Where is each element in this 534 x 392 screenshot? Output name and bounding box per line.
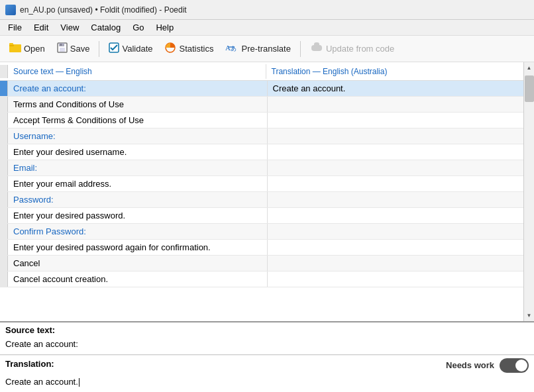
cell-translation — [268, 176, 535, 191]
update-from-code-label: Update from code — [326, 44, 394, 54]
cloud-icon — [310, 42, 323, 55]
save-label: Save — [70, 44, 90, 54]
translation-content: Create an account. — [5, 377, 78, 387]
table-row[interactable]: Cancel — [0, 256, 534, 271]
source-panel-label: Source text: — [5, 325, 529, 335]
cell-source: Enter your desired password. — [8, 208, 268, 223]
row-marker — [0, 128, 8, 144]
source-panel: Source text: Create an account: — [0, 322, 534, 355]
cell-translation: Create an account. — [268, 81, 535, 96]
table-row[interactable]: Enter your desired password. — [0, 208, 534, 224]
row-marker — [0, 144, 8, 160]
col-header-translation: Translation — English (Australia) — [266, 64, 524, 79]
cell-translation — [268, 256, 535, 271]
cell-translation — [268, 144, 535, 160]
menu-catalog[interactable]: Catalog — [85, 21, 126, 34]
table-row[interactable]: Email: — [0, 160, 534, 176]
svg-rect-13 — [314, 42, 319, 47]
table-row[interactable]: Password: — [0, 192, 534, 208]
translate-icon: A あ — [225, 42, 239, 55]
table-row[interactable]: Enter your desired username. — [0, 144, 534, 160]
cell-source: Password: — [8, 192, 268, 207]
scroll-up-arrow[interactable]: ▲ — [524, 62, 534, 73]
cell-translation — [268, 97, 535, 112]
translation-text[interactable]: Create an account. — [5, 375, 529, 388]
table-row[interactable]: Username: — [0, 128, 534, 144]
row-marker — [0, 97, 8, 112]
cell-source: Cancel — [8, 256, 268, 271]
cell-source: Username: — [8, 128, 268, 144]
needs-work-toggle[interactable] — [500, 358, 529, 373]
table-row[interactable]: Enter your desired password again for co… — [0, 240, 534, 256]
svg-text:あ: あ — [231, 45, 237, 52]
folder-icon — [9, 42, 21, 55]
row-marker — [0, 208, 8, 223]
cell-translation — [268, 224, 535, 239]
vertical-scrollbar[interactable]: ▲ ▼ — [523, 62, 534, 321]
scrollbar-thumb[interactable] — [525, 75, 534, 102]
menu-view[interactable]: View — [55, 21, 84, 34]
translation-header: Translation: Needs work — [5, 358, 529, 373]
pretranslate-label: Pre-translate — [241, 44, 290, 54]
cell-source: Confirm Password: — [8, 224, 268, 239]
table-row[interactable]: Terms and Conditions of Use — [0, 97, 534, 113]
menu-bar: File Edit View Catalog Go Help — [0, 20, 534, 36]
svg-rect-2 — [9, 43, 13, 45]
table-row[interactable]: Cancel account creation. — [0, 271, 534, 287]
statistics-button[interactable]: Statistics — [159, 38, 219, 60]
col-header-source: Source text — English — [8, 64, 266, 79]
row-marker — [0, 271, 8, 287]
table-area: Source text — English Translation — Engl… — [0, 62, 534, 322]
row-marker — [0, 160, 8, 175]
row-marker — [0, 113, 8, 128]
column-headers: Source text — English Translation — Engl… — [0, 62, 534, 81]
validate-label: Validate — [122, 44, 152, 54]
cell-source: Enter your desired password again for co… — [8, 240, 268, 255]
cell-source: Email: — [8, 160, 268, 175]
validate-icon — [109, 42, 119, 55]
table-row[interactable]: Enter your email address. — [0, 176, 534, 192]
main-content: Source text — English Translation — Engl… — [0, 62, 534, 392]
cell-translation — [268, 128, 535, 144]
cell-translation — [268, 113, 535, 128]
cell-source: Accept Terms & Conditions of Use — [8, 113, 268, 128]
table-row[interactable]: Confirm Password: — [0, 224, 534, 240]
cell-translation — [268, 208, 535, 223]
cell-source: Create an account: — [8, 81, 268, 96]
cell-source: Enter your email address. — [8, 176, 268, 191]
cell-translation — [268, 240, 535, 255]
menu-go[interactable]: Go — [127, 21, 149, 34]
svg-text:A: A — [225, 44, 231, 52]
row-marker — [0, 176, 8, 191]
menu-help[interactable]: Help — [150, 21, 179, 34]
needs-work-label: Needs work — [446, 360, 494, 370]
statistics-label: Statistics — [179, 44, 213, 54]
save-icon — [57, 42, 68, 55]
open-label: Open — [24, 44, 45, 54]
validate-button[interactable]: Validate — [103, 38, 158, 60]
menu-edit[interactable]: Edit — [28, 21, 54, 34]
sep1 — [99, 41, 99, 57]
table-row[interactable]: Accept Terms & Conditions of Use — [0, 113, 534, 128]
translation-panel-label: Translation: — [5, 359, 54, 369]
row-marker — [0, 240, 8, 255]
open-button[interactable]: Open — [4, 38, 50, 60]
pretranslate-button[interactable]: A あ Pre-translate — [220, 38, 295, 60]
translation-panel: Translation: Needs work Create an accoun… — [0, 355, 534, 392]
update-from-code-button[interactable]: Update from code — [305, 38, 400, 60]
cell-source: Enter your desired username. — [8, 144, 268, 160]
row-marker — [0, 224, 8, 239]
cell-translation — [268, 271, 535, 287]
table-rows-container: Create an account:Create an account.Term… — [0, 81, 534, 321]
needs-work-container: Needs work — [446, 358, 529, 373]
svg-rect-6 — [60, 44, 62, 46]
menu-file[interactable]: File — [3, 21, 27, 34]
cell-source: Terms and Conditions of Use — [8, 97, 268, 112]
table-row[interactable]: Create an account:Create an account. — [0, 81, 534, 97]
scroll-down-arrow[interactable]: ▼ — [524, 311, 534, 321]
title-text: en_AU.po (unsaved) • Foldit (modified) -… — [20, 5, 187, 15]
save-button[interactable]: Save — [52, 38, 95, 60]
stats-icon — [164, 42, 176, 55]
cell-source: Cancel account creation. — [8, 271, 268, 287]
toggle-knob — [515, 360, 527, 371]
